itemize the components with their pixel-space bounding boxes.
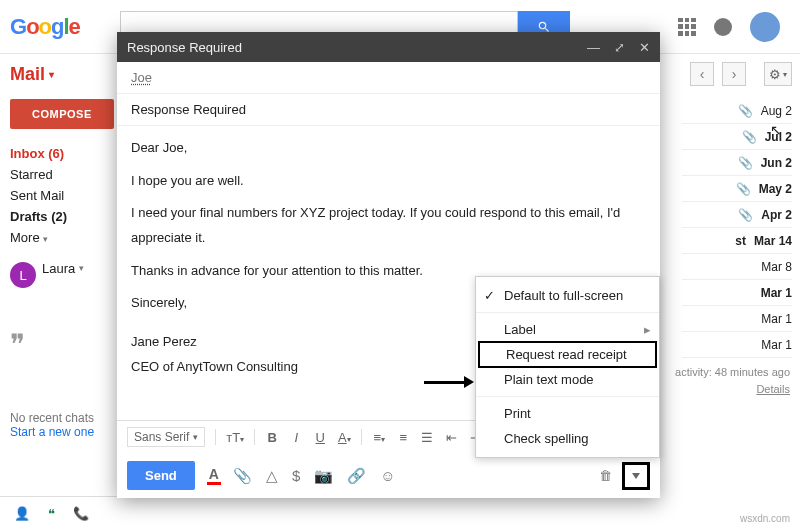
mail-row[interactable]: stMar 14: [682, 228, 792, 254]
subject-field[interactable]: Response Required: [117, 94, 660, 126]
mail-row[interactable]: 📎Jul 2: [682, 124, 792, 150]
chevron-down-icon: ▾: [49, 69, 54, 80]
send-button[interactable]: Send: [127, 461, 195, 490]
start-chat-link[interactable]: Start a new one: [10, 425, 94, 439]
mail-row[interactable]: 📎Apr 2: [682, 202, 792, 228]
discard-icon[interactable]: 🗑: [599, 468, 612, 483]
chevron-down-icon: [632, 473, 640, 479]
minimize-icon[interactable]: —: [587, 40, 600, 55]
notifications-icon[interactable]: [714, 18, 732, 36]
menu-default-fullscreen[interactable]: Default to full-screen: [476, 283, 659, 308]
to-field[interactable]: Joe: [117, 62, 660, 94]
italic-button[interactable]: I: [289, 430, 303, 445]
details-link[interactable]: Details: [756, 383, 790, 395]
formatting-toggle[interactable]: A: [207, 466, 221, 485]
bullet-list-button[interactable]: ☰: [420, 430, 434, 445]
numbered-list-button[interactable]: ≡: [396, 430, 410, 445]
bold-button[interactable]: B: [265, 430, 279, 445]
mail-row[interactable]: 📎Jun 2: [682, 150, 792, 176]
google-logo[interactable]: Google: [10, 14, 80, 40]
compose-window: Response Required — ⤢ ✕ Joe Response Req…: [117, 32, 660, 498]
attachment-icon: 📎: [738, 208, 753, 222]
hangouts-icon[interactable]: ❝: [48, 506, 55, 521]
prev-page-button[interactable]: ‹: [690, 62, 714, 86]
header-right: [678, 12, 790, 42]
mail-row[interactable]: Mar 1: [682, 280, 792, 306]
next-page-button[interactable]: ›: [722, 62, 746, 86]
link-icon[interactable]: 🔗: [347, 467, 366, 485]
send-toolbar: Send A 📎 △ $ 📷 🔗 ☺ 🗑: [117, 453, 660, 498]
font-size-button[interactable]: тT▾: [226, 430, 244, 445]
money-icon[interactable]: $: [292, 467, 300, 484]
chevron-down-icon: ▾: [43, 234, 48, 244]
user-name: Laura: [42, 261, 75, 276]
more-options-button[interactable]: [622, 462, 650, 490]
menu-label[interactable]: Label: [476, 317, 659, 342]
mail-row[interactable]: Mar 8: [682, 254, 792, 280]
activity-info: activity: 48 minutes ago Details: [675, 364, 790, 397]
menu-print[interactable]: Print: [476, 401, 659, 426]
indent-less-button[interactable]: ⇤: [444, 430, 458, 445]
compose-button[interactable]: COMPOSE: [10, 99, 114, 129]
more-options-menu: Default to full-screen Label Request rea…: [475, 276, 660, 458]
font-select[interactable]: Sans Serif▾: [127, 427, 205, 447]
emoji-icon[interactable]: ☺: [380, 467, 395, 484]
mail-list: 📎Aug 2 📎Jul 2 📎Jun 2 📎May 2 📎Apr 2 stMar…: [682, 98, 792, 358]
attach-icon[interactable]: 📎: [233, 467, 252, 485]
attachment-icon: 📎: [738, 156, 753, 170]
watermark: wsxdn.com: [740, 513, 790, 524]
drive-icon[interactable]: △: [266, 467, 278, 485]
mail-row[interactable]: Mar 1: [682, 332, 792, 358]
attachment-icon: 📎: [738, 104, 753, 118]
compose-title: Response Required: [127, 40, 242, 55]
compose-header[interactable]: Response Required — ⤢ ✕: [117, 32, 660, 62]
body-line: Dear Joe,: [131, 136, 646, 161]
mail-row[interactable]: 📎Aug 2: [682, 98, 792, 124]
mail-row[interactable]: 📎May 2: [682, 176, 792, 202]
underline-button[interactable]: U: [313, 430, 327, 445]
hangouts-bar: 👤 ❝ 📞: [0, 496, 160, 530]
chevron-down-icon[interactable]: ▾: [79, 263, 84, 273]
settings-button[interactable]: ⚙▾: [764, 62, 792, 86]
mail-row[interactable]: Mar 1: [682, 306, 792, 332]
expand-icon[interactable]: ⤢: [614, 40, 625, 55]
attachment-icon: 📎: [742, 130, 757, 144]
account-avatar[interactable]: [750, 12, 780, 42]
phone-icon[interactable]: 📞: [73, 506, 89, 521]
align-button[interactable]: ≡▾: [372, 430, 386, 445]
menu-plain-text[interactable]: Plain text mode: [476, 367, 659, 392]
annotation-arrow: [424, 376, 474, 388]
menu-check-spelling[interactable]: Check spelling: [476, 426, 659, 451]
pager-toolbar: ‹ › ⚙▾: [690, 62, 792, 86]
text-color-button[interactable]: A▾: [337, 430, 351, 445]
body-line: I hope you are well.: [131, 169, 646, 194]
body-line: I need your final numbers for XYZ projec…: [131, 201, 646, 250]
apps-icon[interactable]: [678, 18, 696, 36]
menu-request-read-receipt[interactable]: Request read receipt: [478, 341, 657, 368]
mail-label-text: Mail: [10, 64, 45, 85]
contacts-icon[interactable]: 👤: [14, 506, 30, 521]
user-avatar[interactable]: L: [10, 262, 36, 288]
close-icon[interactable]: ✕: [639, 40, 650, 55]
attachment-icon: 📎: [736, 182, 751, 196]
photo-icon[interactable]: 📷: [314, 467, 333, 485]
